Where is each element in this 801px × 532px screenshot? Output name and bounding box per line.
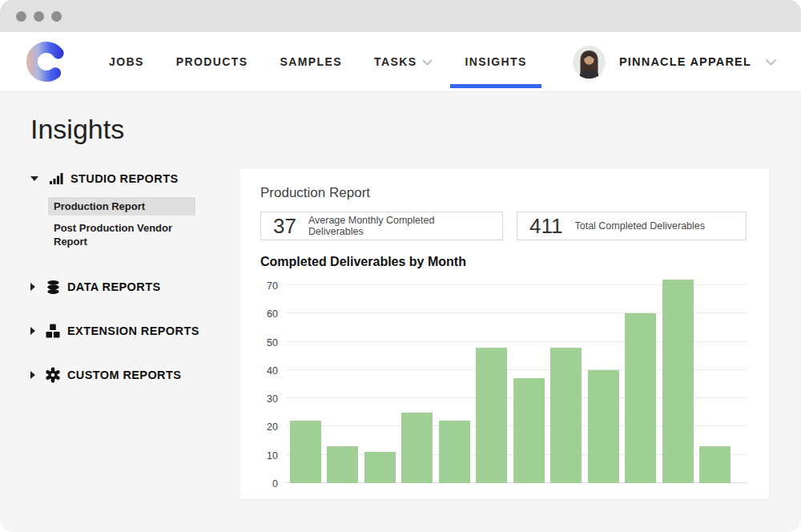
bar-month-1 <box>290 421 321 483</box>
chevron-down-icon <box>765 58 777 66</box>
bar-chart: 010203040506070 <box>260 285 747 483</box>
y-axis-tick-label: 0 <box>272 478 278 490</box>
bar-month-6 <box>476 348 507 483</box>
sidebar-section: STUDIO REPORTSProduction ReportPost Prod… <box>30 171 240 251</box>
stats-row: 37Average Monthly Completed Deliverables… <box>260 212 747 240</box>
top-navbar: JOBSPRODUCTSSAMPLESTASKSINSIGHTS PINNACL… <box>0 32 801 91</box>
window-control-dot[interactable] <box>16 11 26 22</box>
page-title: Insights <box>30 114 769 145</box>
y-axis-tick-label: 30 <box>267 393 278 405</box>
y-axis-tick-label: 10 <box>267 450 278 461</box>
c-logo-icon <box>24 40 69 83</box>
account-menu[interactable]: PINNACLE APPAREL <box>573 46 777 79</box>
nav-item-label: TASKS <box>374 55 417 68</box>
bar-month-8 <box>550 348 582 483</box>
bar-month-3 <box>364 452 396 483</box>
bar-month-2 <box>327 446 358 483</box>
y-axis-tick-label: 70 <box>267 280 278 292</box>
sidebar-section-label: STUDIO REPORTS <box>70 172 179 185</box>
gear-icon <box>45 367 61 383</box>
window-titlebar <box>0 0 801 32</box>
avatar[interactable] <box>573 46 606 79</box>
stat-value: 37 <box>273 214 296 239</box>
sidebar-section: EXTENSION REPORTS <box>30 323 240 339</box>
nav-item-label: SAMPLES <box>280 55 342 68</box>
y-axis-tick-label: 50 <box>267 337 278 349</box>
nav-item-label: PRODUCTS <box>176 55 248 68</box>
window-control-dot[interactable] <box>51 11 62 22</box>
sidebar-section: CUSTOM REPORTS <box>30 367 240 383</box>
y-axis-tick-label: 60 <box>267 308 278 320</box>
nav-item-label: INSIGHTS <box>465 55 526 68</box>
sidebar-section-header-custom-reports[interactable]: CUSTOM REPORTS <box>30 367 240 383</box>
chart-title: Completed Deliverables by Month <box>260 255 747 269</box>
nav-item-label: JOBS <box>109 55 144 68</box>
sidebar-section-header-data-reports[interactable]: DATA REPORTS <box>30 279 240 295</box>
report-card: Production Report 37Average Monthly Comp… <box>240 169 769 499</box>
report-title: Production Report <box>260 185 747 201</box>
sidebar-item-production-report[interactable]: Production Report <box>48 197 195 216</box>
y-axis-tick-label: 20 <box>267 421 278 433</box>
nav-links: JOBSPRODUCTSSAMPLESTASKSINSIGHTS <box>93 32 543 91</box>
sidebar-item-post-production-vendor-report[interactable]: Post Production Vendor Report <box>48 219 195 251</box>
caret-right-icon <box>30 327 35 335</box>
nav-item-tasks[interactable]: TASKS <box>358 32 449 91</box>
window-control-dot[interactable] <box>34 11 44 22</box>
chart-bars <box>290 285 731 483</box>
nav-item-insights[interactable]: INSIGHTS <box>449 32 542 91</box>
y-axis-tick-label: 40 <box>267 365 278 377</box>
nav-item-samples[interactable]: SAMPLES <box>264 32 358 91</box>
avatar-image <box>573 46 606 79</box>
stat-box: 411Total Completed Deliverables <box>517 212 747 240</box>
sidebar-section: DATA REPORTS <box>30 279 240 295</box>
sidebar-section-header-extension-reports[interactable]: EXTENSION REPORTS <box>30 323 240 339</box>
nav-item-products[interactable]: PRODUCTS <box>160 32 264 91</box>
chart-plot-area <box>286 285 747 483</box>
bar-month-4 <box>401 413 433 483</box>
bar-month-10 <box>625 313 656 483</box>
nav-item-jobs[interactable]: JOBS <box>93 32 160 91</box>
bar-month-11 <box>662 280 694 483</box>
sidebar-section-label: CUSTOM REPORTS <box>67 369 181 381</box>
sidebar-section-label: DATA REPORTS <box>67 280 161 293</box>
stat-value: 411 <box>529 214 562 239</box>
sidebar-section-items: Production ReportPost Production Vendor … <box>48 197 240 251</box>
stat-box: 37Average Monthly Completed Deliverables <box>260 212 503 240</box>
blocks-icon <box>45 323 61 339</box>
sidebar-section-header-studio-reports[interactable]: STUDIO REPORTS <box>30 171 240 187</box>
chart-y-axis: 010203040506070 <box>260 285 286 483</box>
caret-right-icon <box>30 283 35 291</box>
caret-down-icon <box>30 176 38 181</box>
chevron-down-icon <box>422 59 433 66</box>
bar-month-5 <box>439 421 470 483</box>
reports-sidebar: STUDIO REPORTSProduction ReportPost Prod… <box>30 169 240 411</box>
database-icon <box>45 279 61 295</box>
bar-chart-icon <box>48 171 64 187</box>
page-content: Insights STUDIO REPORTSProduction Report… <box>0 114 801 499</box>
sidebar-section-label: EXTENSION REPORTS <box>67 324 199 337</box>
app-window: JOBSPRODUCTSSAMPLESTASKSINSIGHTS PINNACL… <box>0 0 801 532</box>
bar-month-7 <box>513 378 545 483</box>
account-name: PINNACLE APPAREL <box>619 55 751 68</box>
caret-right-icon <box>30 371 35 379</box>
stat-label: Total Completed Deliverables <box>574 220 705 232</box>
c-logo[interactable] <box>24 40 70 83</box>
stat-label: Average Monthly Completed Deliverables <box>308 215 490 237</box>
bar-month-12 <box>699 446 731 483</box>
bar-month-9 <box>588 370 619 483</box>
